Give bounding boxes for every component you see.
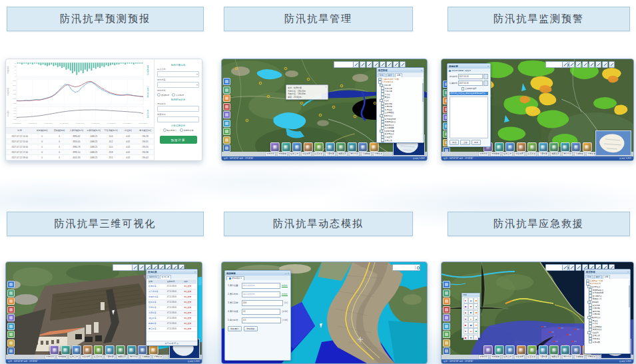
palette-symbol[interactable]: ▲ [468, 297, 473, 303]
close-icon[interactable]: × [194, 271, 196, 273]
dock-label[interactable]: 汛情监视 [57, 355, 67, 359]
checkbox-icon[interactable] [462, 87, 465, 91]
side-tool-icon-1[interactable] [7, 281, 15, 288]
product-list[interactable] [450, 96, 488, 138]
dock-icon-7[interactable] [336, 142, 346, 152]
map-search-input[interactable] [334, 63, 354, 66]
dock-label[interactable]: 险情上报 [502, 355, 513, 359]
dock-icon-10[interactable] [149, 345, 158, 355]
dock-label[interactable]: 视频会商 [550, 152, 561, 156]
side-tool-icon-3[interactable] [7, 297, 15, 305]
result-row[interactable]: 湖山水库07-12 08:00定位查看 [148, 316, 196, 321]
locate-link[interactable]: 定位查看 [184, 327, 196, 330]
side-tool-icon-5[interactable] [7, 314, 15, 321]
dock-icon-5[interactable] [94, 345, 103, 355]
locate-link[interactable]: 定位查看 [184, 295, 196, 298]
map-search-input[interactable] [546, 266, 564, 269]
dock-label[interactable]: 险情上报 [502, 152, 513, 156]
clear-tool-icon[interactable] [575, 264, 581, 271]
dock-label[interactable]: 方案预案 [538, 152, 549, 156]
side-tool-icon-7[interactable] [443, 331, 450, 338]
dock-icon-2[interactable] [281, 142, 290, 152]
palette-symbol[interactable]: ● [464, 297, 468, 303]
dock-icon-8[interactable] [127, 345, 136, 355]
sim-row-input[interactable]: 0.5 [242, 317, 281, 323]
locate-link[interactable]: 定位查看 [184, 311, 196, 314]
measure-tool-icon[interactable] [569, 61, 575, 68]
layer-tree-item[interactable]: 居民地名 [378, 142, 423, 142]
measure-tool-icon[interactable] [569, 264, 575, 271]
dock-icon-10[interactable] [369, 142, 378, 152]
picked-link[interactable]: 已拾取 [282, 293, 288, 295]
dock-icon-10[interactable] [582, 142, 591, 152]
side-tool-icon-5[interactable] [443, 314, 450, 321]
dock-label[interactable]: 险情上报 [289, 152, 300, 156]
dock-icon-8[interactable] [347, 142, 356, 152]
tab-breach-simulation[interactable]: 溃堤模拟 ▾ [226, 276, 244, 280]
table-row[interactable]: 2017-07-12 19:00004051.201486.2523.20.62… [6, 160, 154, 161]
dialog-button[interactable]: 导出 [472, 140, 481, 145]
side-tool-icon-8[interactable] [443, 339, 450, 347]
dialog-button[interactable]: 结果显示 [228, 326, 242, 331]
picked-link[interactable]: 已拾取 [282, 284, 288, 287]
table-row[interactable]: 2017-07-12 17:00003995.101486.2523.80.62… [6, 150, 154, 155]
scrollbar[interactable] [422, 79, 424, 142]
dock-icon-5[interactable] [314, 142, 324, 152]
forecast-compute-button[interactable]: 预报计算 [160, 136, 197, 144]
side-tool-icon-6[interactable] [443, 323, 450, 330]
dock-label[interactable]: 队伍管理 [93, 355, 103, 359]
result-row[interactable]: 永庄水库07-12 08:00定位查看 [148, 311, 196, 316]
side-tool-icon-7[interactable] [223, 128, 230, 135]
dock-label[interactable]: 工情信息 [478, 355, 489, 359]
palette-symbol[interactable]: ■ [464, 322, 468, 328]
dock-label[interactable]: 系统管理 [586, 355, 597, 359]
dock-icon-2[interactable] [61, 345, 70, 355]
dock-icon-1[interactable] [483, 345, 493, 355]
dialog-button[interactable]: 上图 [460, 140, 470, 145]
palette-symbol[interactable]: ★ [474, 322, 478, 328]
mode-option-auto[interactable]: 自动预报 [157, 93, 169, 96]
palette-symbol[interactable]: ▲ [464, 310, 468, 316]
dock-icon-4[interactable] [516, 142, 525, 152]
dock-icon-7[interactable] [549, 345, 559, 355]
dock-label[interactable]: 方案预案 [538, 355, 549, 359]
dock-label[interactable]: 物资调度 [514, 152, 525, 156]
select-tool-icon[interactable] [132, 264, 138, 271]
result-row[interactable]: 松涛水库07-12 08:00定位查看 [148, 284, 196, 289]
calendar-icon[interactable] [483, 74, 488, 79]
result-row[interactable]: 牛路岭水库07-12 08:00定位查看 [148, 295, 196, 300]
tooltip-close-icon[interactable]: × [326, 86, 327, 89]
dock-label[interactable]: 队伍管理 [313, 152, 324, 156]
side-tool-icon-7[interactable] [7, 331, 15, 338]
dock-icon-5[interactable] [527, 142, 537, 152]
result-row[interactable]: 石碌水库07-12 08:00定位查看 [148, 321, 196, 327]
dock-label[interactable]: 汛情监视 [490, 152, 501, 156]
dock-label[interactable]: 视频会商 [337, 152, 348, 156]
dock-icon-6[interactable] [325, 142, 334, 152]
overview-inset-map[interactable] [595, 130, 631, 156]
dock-label[interactable]: 物资调度 [81, 355, 91, 359]
side-tool-icon-2[interactable] [443, 289, 450, 297]
mode-option-manual[interactable]: 人工预报 [172, 93, 184, 96]
dock-icon-1[interactable] [50, 345, 59, 355]
map-search-input[interactable] [546, 63, 564, 66]
palette-symbol[interactable]: ◆ [468, 322, 473, 328]
table-row[interactable]: 2017-07-12 15:00003920.451486.2524.20.62… [6, 139, 154, 144]
calc-option-1[interactable]: 输出到平台 [163, 128, 177, 132]
print-tool-icon[interactable] [582, 61, 588, 68]
palette-symbol[interactable]: ◆ [474, 310, 478, 316]
side-tool-icon-9[interactable] [443, 347, 450, 355]
result-row[interactable]: 大广坝水库07-12 08:00定位查看 [148, 289, 196, 295]
close-icon[interactable]: — × [284, 272, 289, 275]
palette-symbol[interactable]: ● [468, 316, 473, 322]
measure-tool-icon[interactable] [139, 264, 145, 271]
dock-label[interactable]: 工情信息 [478, 152, 489, 156]
side-tool-icon-4[interactable] [7, 306, 15, 313]
close-icon[interactable]: × [421, 69, 422, 72]
dock-label[interactable]: 系统管理 [153, 355, 163, 359]
dock-icon-9[interactable] [571, 345, 581, 355]
palette-symbol[interactable]: ★ [468, 303, 473, 309]
palette-symbol[interactable]: ★ [464, 316, 468, 322]
side-tool-icon-6[interactable] [7, 323, 15, 330]
side-tool-icon-1[interactable] [443, 281, 450, 288]
